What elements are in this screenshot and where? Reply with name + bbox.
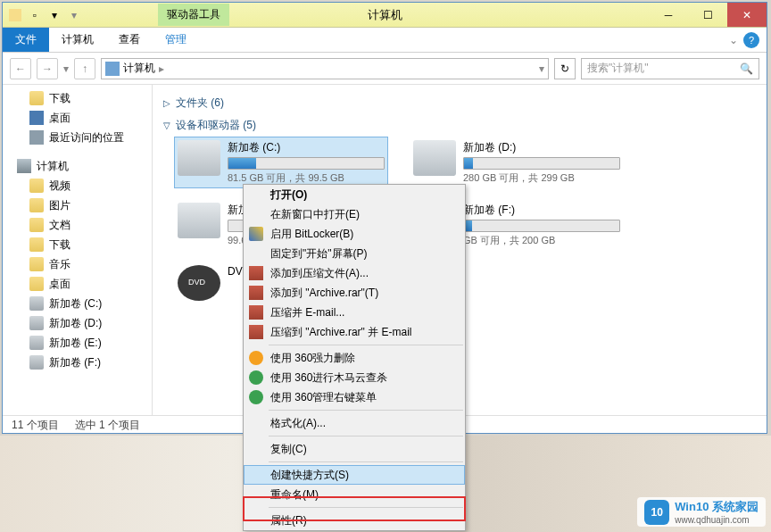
- sidebar-item[interactable]: 图片: [3, 195, 152, 215]
- back-button[interactable]: ←: [10, 58, 31, 79]
- menu-item[interactable]: 固定到"开始"屏幕(P): [244, 244, 465, 263]
- titlebar: ▫ ▾ ▾ 驱动器工具 计算机 ─ ☐ ✕: [3, 3, 767, 28]
- menu-item-label: 压缩到 "Archive.rar" 并 E-mail: [270, 325, 412, 340]
- menu-item-icon: [249, 266, 263, 280]
- sidebar-item[interactable]: 桌面: [3, 108, 152, 128]
- menu-item[interactable]: 使用 360管理右键菜单: [244, 387, 465, 407]
- sidebar-item-label: 下载: [49, 91, 70, 106]
- menu-item[interactable]: 使用 360强力删除: [244, 348, 465, 368]
- address-bar[interactable]: 计算机 ▸ ▾: [101, 58, 549, 79]
- menu-item-label: 属性(R): [270, 513, 307, 528]
- address-dropdown-icon[interactable]: ▾: [539, 62, 544, 75]
- group-devices[interactable]: ▽ 设备和驱动器 (5): [163, 114, 756, 137]
- menu-item-label: 压缩并 E-mail...: [270, 305, 344, 320]
- watermark-title: Win10 系统家园: [675, 499, 759, 515]
- sidebar-item[interactable]: 最近访问的位置: [3, 128, 152, 147]
- menu-separator: [269, 410, 463, 411]
- folder-icon: [29, 237, 44, 252]
- menu-item[interactable]: 添加到压缩文件(A)...: [244, 263, 465, 283]
- sidebar-header-computer[interactable]: 计算机: [3, 156, 152, 176]
- menu-item[interactable]: 重命名(M): [244, 485, 465, 504]
- sidebar-item-label: 计算机: [37, 159, 69, 174]
- maximize-button[interactable]: ☐: [688, 3, 727, 27]
- sidebar-item-drive[interactable]: 新加卷 (E:): [3, 333, 152, 353]
- folder-icon: [29, 218, 44, 232]
- qat-dropdown-icon[interactable]: ▾: [65, 6, 83, 24]
- ribbon-expand-icon[interactable]: ⌄: [729, 34, 738, 46]
- watermark-url: www.qdhuajin.com: [675, 515, 759, 525]
- ribbon-tab-view[interactable]: 查看: [106, 28, 153, 52]
- sidebar-item-drive[interactable]: 新加卷 (C:): [3, 294, 152, 313]
- menu-item-label: 使用 360强力删除: [270, 351, 355, 366]
- sidebar-item-label: 文档: [49, 218, 70, 233]
- menu-separator: [269, 436, 463, 436]
- group-folders[interactable]: ▷ 文件夹 (6): [163, 92, 756, 114]
- ribbon-contextual-tab[interactable]: 驱动器工具: [158, 4, 229, 26]
- qat-properties-icon[interactable]: ▫: [26, 6, 44, 24]
- sidebar-item[interactable]: 文档: [3, 215, 152, 235]
- menu-item-label: 使用 360管理右键菜单: [270, 390, 377, 405]
- ribbon-file-tab[interactable]: 文件: [3, 28, 49, 52]
- help-icon[interactable]: ?: [743, 32, 759, 48]
- close-button[interactable]: ✕: [727, 3, 767, 27]
- drive-label: 新加卷 (F:): [463, 203, 620, 218]
- menu-item-label: 重命名(M): [270, 487, 319, 503]
- drive-icon: [413, 140, 456, 176]
- drive-usage-bar: [463, 220, 620, 232]
- forward-button[interactable]: →: [37, 58, 58, 79]
- menu-item-icon: [249, 227, 263, 241]
- breadcrumb[interactable]: 计算机: [123, 61, 155, 76]
- up-button[interactable]: ↑: [74, 58, 95, 79]
- folder-icon: [29, 130, 44, 145]
- qat-new-folder-icon[interactable]: ▾: [46, 6, 63, 24]
- folder-icon: [29, 277, 44, 291]
- app-icon[interactable]: [6, 6, 24, 24]
- ribbon-tab-manage[interactable]: 管理: [153, 28, 199, 52]
- history-dropdown-icon[interactable]: ▾: [63, 62, 69, 75]
- menu-item[interactable]: 打开(O): [244, 185, 465, 204]
- menu-separator: [269, 507, 463, 508]
- group-label: 设备和驱动器 (5): [176, 118, 256, 133]
- menu-item-icon: [249, 286, 263, 300]
- sidebar-item[interactable]: 桌面: [3, 274, 152, 294]
- refresh-button[interactable]: ↻: [554, 58, 576, 79]
- sidebar-item[interactable]: 视频: [3, 176, 152, 195]
- group-label: 文件夹 (6): [176, 96, 224, 111]
- search-input[interactable]: 搜索"计算机" 🔍: [581, 58, 759, 79]
- menu-item-label: 打开(O): [270, 187, 307, 203]
- chevron-right-icon: ▷: [163, 98, 170, 108]
- computer-icon: [105, 62, 120, 76]
- menu-item-label: 添加到 "Archive.rar"(T): [270, 286, 378, 301]
- menu-item-label: 固定到"开始"屏幕(P): [270, 246, 368, 262]
- minimize-button[interactable]: ─: [649, 3, 688, 27]
- menu-item[interactable]: 启用 BitLocker(B): [244, 224, 465, 244]
- ribbon-tab-computer[interactable]: 计算机: [49, 28, 106, 52]
- watermark-logo: 10: [644, 500, 669, 525]
- drive-item[interactable]: 新加卷 (C:)81.5 GB 可用，共 99.5 GB: [174, 137, 388, 188]
- sidebar-item-label: 新加卷 (F:): [49, 355, 101, 370]
- drive-usage-text: 280 GB 可用，共 299 GB: [463, 171, 620, 185]
- menu-item[interactable]: 压缩到 "Archive.rar" 并 E-mail: [244, 322, 465, 342]
- sidebar-item-drive[interactable]: 新加卷 (F:): [3, 353, 152, 372]
- sidebar-item-label: 桌面: [49, 111, 70, 126]
- drive-item[interactable]: 新加卷 (D:)280 GB 可用，共 299 GB: [410, 137, 624, 188]
- menu-item[interactable]: 使用 360进行木马云查杀: [244, 368, 465, 387]
- folder-icon: [29, 257, 44, 271]
- menu-item-icon: [249, 370, 263, 385]
- sidebar-item[interactable]: 下载: [3, 88, 152, 108]
- computer-icon: [17, 159, 31, 173]
- sidebar-item[interactable]: 下载: [3, 235, 152, 254]
- sidebar-item-drive[interactable]: 新加卷 (D:): [3, 313, 152, 333]
- sidebar-item-label: 新加卷 (E:): [49, 336, 102, 351]
- drive-icon: [29, 336, 44, 350]
- sidebar-item-label: 视频: [49, 179, 70, 194]
- breadcrumb-arrow-icon[interactable]: ▸: [159, 62, 164, 75]
- menu-item[interactable]: 复制(C): [244, 439, 465, 459]
- menu-item[interactable]: 添加到 "Archive.rar"(T): [244, 283, 465, 303]
- menu-item[interactable]: 格式化(A)...: [244, 413, 465, 433]
- menu-item[interactable]: 属性(R): [244, 511, 465, 530]
- sidebar-item[interactable]: 音乐: [3, 254, 152, 274]
- menu-item[interactable]: 在新窗口中打开(E): [244, 204, 465, 224]
- menu-item[interactable]: 压缩并 E-mail...: [244, 303, 465, 322]
- menu-item[interactable]: 创建快捷方式(S): [244, 465, 465, 485]
